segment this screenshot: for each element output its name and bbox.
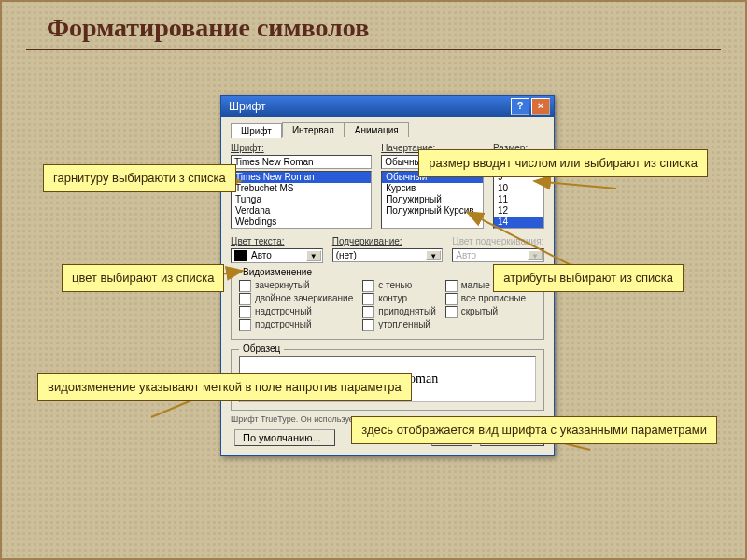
font-input[interactable]	[231, 155, 372, 169]
list-item[interactable]: 10	[494, 183, 543, 194]
list-item[interactable]: Times New Roman	[232, 172, 371, 183]
chevron-down-icon[interactable]: ▼	[426, 250, 441, 260]
divider	[26, 49, 721, 50]
underline-combo[interactable]: (нет)▼	[332, 248, 444, 262]
default-button[interactable]: По умолчанию...	[234, 429, 335, 446]
callout-color: цвет выбирают из списка	[62, 264, 224, 292]
ulcolor-combo: Авто▼	[452, 248, 544, 262]
chk-emboss[interactable]: приподнятый	[362, 305, 435, 318]
chevron-down-icon: ▼	[528, 250, 543, 260]
list-item[interactable]: Trebuchet MS	[232, 183, 371, 194]
size-list[interactable]: 9 10 11 12 14	[493, 171, 544, 229]
chk-strike[interactable]: зачеркнутый	[239, 279, 353, 292]
callout-effects: видоизменение указывают меткой в поле на…	[37, 373, 412, 401]
list-item[interactable]: Полужирный Курсив	[382, 205, 483, 217]
list-item[interactable]: 14	[494, 217, 543, 228]
help-button[interactable]: ?	[511, 98, 529, 115]
list-item[interactable]: 11	[494, 194, 543, 205]
chk-allcaps[interactable]: все прописные	[445, 292, 541, 305]
chk-shadow[interactable]: с тенью	[362, 279, 435, 292]
underline-value: (нет)	[336, 250, 357, 260]
ulcolor-label: Цвет подчеркивания:	[452, 236, 544, 246]
ulcolor-value: Авто	[456, 250, 476, 260]
effects-legend: Видоизменение	[239, 267, 316, 277]
list-item[interactable]: Tunga	[232, 194, 371, 205]
dialog-title: Шрифт	[229, 100, 265, 113]
list-item[interactable]: Полужирный	[382, 194, 483, 205]
callout-font: гарнитуру выбираюти з списка	[43, 164, 236, 192]
color-value: Авто	[251, 250, 272, 260]
list-item[interactable]: Курсив	[382, 183, 483, 194]
list-item[interactable]: 12	[494, 205, 543, 217]
chk-outline[interactable]: контур	[362, 292, 435, 305]
chevron-down-icon[interactable]: ▼	[306, 250, 321, 261]
color-combo[interactable]: Авто▼	[231, 248, 323, 263]
tab-anim[interactable]: Анимация	[345, 122, 409, 137]
tab-spacing[interactable]: Интервал	[282, 122, 345, 137]
chk-sub[interactable]: подстрочный	[239, 318, 353, 331]
close-button[interactable]: ×	[531, 98, 550, 115]
underline-label: Подчеркивание:	[332, 236, 444, 246]
callout-sample: здесь отображается вид шрифта с указанны…	[351, 416, 717, 444]
chk-dstrike[interactable]: двойное зачеркивание	[239, 292, 353, 305]
sample-legend: Образец	[239, 343, 284, 354]
tab-font[interactable]: Шрифт	[231, 123, 282, 138]
title-bar[interactable]: Шрифт ? ×	[221, 96, 554, 117]
callout-size: размер вводят числом или выбирают из спи…	[418, 149, 708, 177]
chk-sup[interactable]: надстрочный	[239, 305, 353, 318]
font-list[interactable]: Times New Roman Trebuchet MS Tunga Verda…	[231, 171, 372, 229]
color-label: Цвет текста:	[231, 236, 323, 246]
list-item[interactable]: Webdings	[232, 217, 371, 228]
callout-attr: атрибуты выбирают из списка	[493, 264, 684, 292]
font-label: Шрифт:	[231, 143, 372, 153]
style-list[interactable]: Обычный Курсив Полужирный Полужирный Кур…	[381, 171, 484, 229]
tab-bar: Шрифт Интервал Анимация	[231, 122, 544, 137]
list-item[interactable]: Verdana	[232, 205, 371, 217]
chk-engrave[interactable]: утопленный	[362, 318, 435, 331]
chk-hidden[interactable]: скрытый	[445, 305, 541, 318]
page-title: Форматирование символов	[47, 13, 745, 43]
color-swatch	[234, 250, 247, 261]
